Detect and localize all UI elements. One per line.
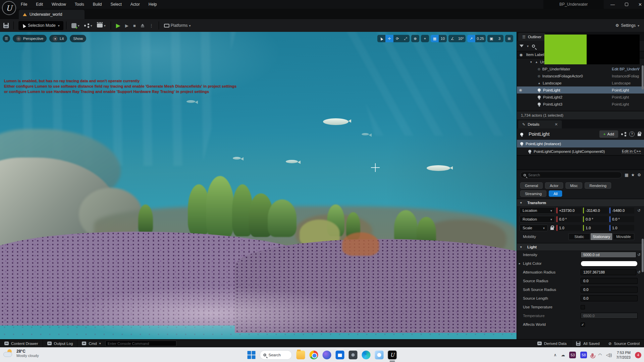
scale-y-field[interactable]: 1.0 — [583, 225, 608, 231]
scale-x-field[interactable]: 1.0 — [556, 225, 581, 231]
notification-badge[interactable]: 4 — [635, 352, 641, 358]
settings-icon[interactable]: ⚙ — [637, 173, 641, 177]
menu-build[interactable]: Build — [93, 2, 102, 7]
menu-window[interactable]: Window — [52, 2, 66, 7]
menu-help[interactable]: Help — [149, 2, 157, 7]
menu-actor[interactable]: Actor — [130, 2, 140, 7]
filter-icon[interactable] — [520, 45, 524, 47]
edit-in-cpp-link[interactable]: Edit in C++ — [622, 149, 641, 154]
selection-mode-dropdown[interactable]: Selection Mode ▾ — [18, 21, 63, 30]
file-explorer-icon[interactable] — [297, 351, 305, 359]
outliner-scrollbar[interactable] — [642, 65, 644, 89]
scale-snap-value[interactable]: 0.25 — [475, 35, 486, 42]
outliner-row-foliage[interactable]: ◎ InstancedFoliageActor0 InstancedFoliag — [517, 72, 644, 79]
stop-button[interactable]: ■ — [133, 23, 136, 28]
menu-file[interactable]: File — [21, 2, 27, 7]
photos-icon[interactable] — [375, 351, 384, 359]
wifi-icon[interactable]: ◠ — [598, 353, 601, 357]
source-length-field[interactable]: 0.0 — [581, 295, 638, 301]
viewport-options-button[interactable]: ☰ — [3, 35, 10, 42]
console-command-input[interactable] — [105, 341, 176, 346]
favorites-icon[interactable]: ★ — [631, 173, 635, 177]
play-button[interactable]: ▶ — [116, 22, 120, 29]
filter-actor[interactable]: Actor — [545, 182, 563, 189]
location-x-field[interactable]: +23730.0 — [556, 207, 581, 214]
platforms-dropdown[interactable]: Platforms ▾ — [164, 23, 191, 28]
light-section-header[interactable]: ▾ Light — [517, 243, 644, 250]
cinematics-button[interactable]: ▾ — [97, 23, 106, 27]
visibility-column-icon[interactable]: ◉ — [520, 53, 523, 57]
scale-lock-icon[interactable] — [550, 227, 554, 230]
reset-icon[interactable]: ↺ — [636, 208, 642, 213]
attenuation-radius-field[interactable]: 1207.367188 — [581, 269, 636, 275]
search-input[interactable] — [528, 173, 579, 177]
onedrive-icon[interactable]: ☁ — [561, 353, 565, 357]
save-icon[interactable] — [3, 23, 9, 28]
menu-select[interactable]: Select — [110, 2, 121, 7]
unreal-engine-taskbar-icon[interactable]: U — [388, 351, 397, 359]
maximize-button[interactable] — [625, 3, 628, 6]
scale-z-field[interactable]: 1.0 — [609, 225, 634, 231]
outliner-row-landscape[interactable]: ▲ Landscape Landscape — [517, 79, 644, 86]
scale-dropdown[interactable]: Scale▾ — [520, 225, 548, 231]
weather-widget[interactable]: 28°C Mostly cloudy — [3, 349, 39, 358]
show-dropdown[interactable]: Show — [70, 35, 86, 42]
tray-badge-blue[interactable]: 58 — [580, 352, 587, 358]
location-dropdown[interactable]: Location▾ — [520, 207, 555, 214]
expand-arrow-icon[interactable]: ▾ — [530, 60, 535, 64]
filter-general[interactable]: General — [520, 182, 543, 189]
rotation-dropdown[interactable]: Rotation▾ — [520, 216, 555, 223]
close-icon[interactable]: ✕ — [554, 122, 558, 127]
all-saved-indicator[interactable]: All Saved — [571, 340, 604, 348]
outliner-tab[interactable]: ☰ Outliner — [518, 33, 545, 41]
grid-snap-toggle[interactable]: ▦ — [431, 35, 439, 42]
microphone-icon[interactable] — [591, 353, 594, 357]
mobility-movable-button[interactable]: Movable — [613, 233, 634, 240]
select-tool-button[interactable] — [377, 35, 385, 42]
search-icon[interactable] — [532, 45, 535, 48]
soft-source-radius-field[interactable]: 0.0 — [581, 287, 638, 293]
unreal-logo-icon[interactable]: U — [2, 1, 16, 15]
display-options-icon[interactable]: ▦ — [625, 173, 628, 177]
affects-world-checkbox[interactable]: ✓ — [581, 322, 585, 327]
content-drawer-button[interactable]: Content Drawer — [0, 340, 43, 348]
play-options-button[interactable]: ⋮ — [149, 23, 154, 28]
clock[interactable]: 7:53 PM 7/7/2023 — [616, 350, 631, 360]
source-control-button[interactable]: ⊘ Source Control — [604, 340, 644, 348]
edit-blueprint-link[interactable]: Edit BP_UnderW — [612, 67, 639, 71]
details-search-field[interactable] — [520, 172, 622, 178]
frame-skip-button[interactable]: ▶ — [125, 23, 128, 28]
outliner-row-bp-underwater[interactable]: ◎ BP_UnderWater Edit BP_UnderW — [517, 65, 644, 72]
close-button[interactable]: ✕ — [638, 2, 642, 7]
add-actor-button[interactable]: ▾ — [71, 23, 79, 28]
scale-snap-toggle[interactable]: ↗ — [467, 35, 475, 42]
reset-icon[interactable]: ↺ — [636, 270, 642, 275]
outliner-row-pointlight2[interactable]: PointLight2 PointLight — [517, 94, 644, 101]
source-radius-field[interactable]: 0.0 — [581, 278, 638, 284]
mobility-stationary-button[interactable]: Stationary — [591, 233, 612, 240]
scale-tool-button[interactable]: ⤢ — [401, 35, 410, 42]
move-tool-button[interactable]: ✛ — [385, 35, 393, 42]
outliner-row-pointlight[interactable]: ◉ PointLight PointLight — [517, 86, 644, 94]
filter-rendering[interactable]: Rendering — [585, 182, 611, 189]
tray-badge-purple[interactable]: 53 — [569, 352, 576, 358]
details-tab[interactable]: ✎ Details ✕ — [518, 120, 562, 128]
browser-icon[interactable] — [323, 351, 331, 359]
world-coordinate-button[interactable]: ⊕ — [411, 35, 419, 42]
cmd-dropdown[interactable]: Cmd ▾ — [77, 340, 105, 348]
edge-icon[interactable] — [362, 351, 371, 359]
lock-icon[interactable] — [638, 133, 641, 136]
help-icon[interactable]: ? — [629, 131, 635, 137]
item-label-header[interactable]: Item Label — [526, 53, 544, 57]
rotation-x-field[interactable]: 0.0 ° — [556, 216, 581, 222]
rotate-tool-button[interactable]: ⟳ — [393, 35, 401, 42]
details-scrollbar[interactable] — [642, 239, 644, 272]
minimize-button[interactable]: — — [610, 2, 615, 7]
rotation-snap-value[interactable]: 10° — [457, 35, 466, 42]
filter-streaming[interactable]: Streaming — [520, 190, 546, 197]
camera-speed-value[interactable]: 3 — [495, 35, 503, 42]
add-component-button[interactable]: + Add — [599, 130, 618, 138]
expand-arrow-icon[interactable]: ▸ — [519, 262, 523, 265]
transform-gizmo[interactable] — [371, 163, 380, 172]
start-button[interactable] — [248, 351, 256, 359]
